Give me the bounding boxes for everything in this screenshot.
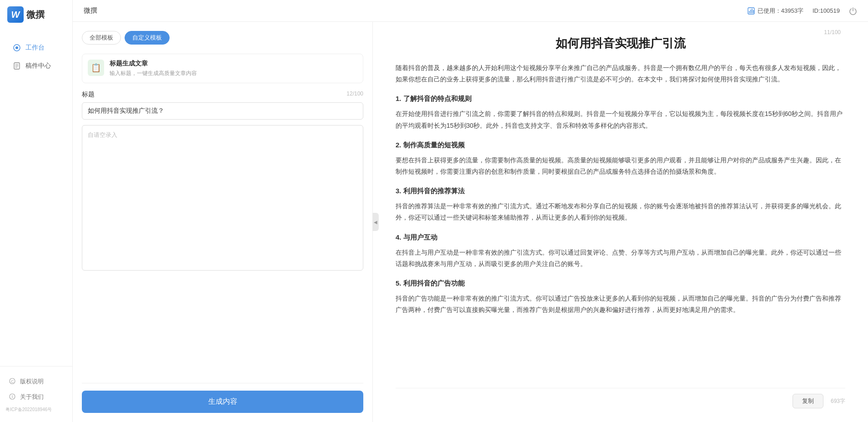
- article-para-1: 在开始使用抖音进行推广引流之前，你需要了解抖音的特点和规则。抖音是一个短视频分享…: [396, 108, 845, 131]
- form-label-text: 标题: [82, 90, 95, 99]
- topbar-id: ID:100519: [813, 7, 840, 14]
- word-count: 693字: [831, 397, 845, 405]
- workbench-icon: [13, 44, 21, 52]
- sidebar-item-drafts[interactable]: 稿件中心: [4, 57, 69, 75]
- sidebar-item-copyright[interactable]: C 版权说明: [0, 374, 72, 389]
- sidebar-footer: C 版权说明 关于我们 粤ICP备2022018946号: [0, 366, 72, 422]
- svg-point-10: [12, 395, 13, 396]
- sidebar-drafts-label: 稿件中心: [25, 62, 51, 70]
- drafts-icon: [13, 62, 21, 70]
- topbar: 微撰 已使用：43953字 ID:100519: [73, 0, 868, 22]
- right-panel: 11/100 如何用抖音实现推广引流 随着抖音的普及，越来越多的人开始利用这个短…: [373, 22, 868, 422]
- article-intro: 随着抖音的普及，越来越多的人开始利用这个短视频分享平台来推广自己的产品或服务。抖…: [396, 62, 845, 85]
- generate-button[interactable]: 生成内容: [82, 391, 363, 413]
- usage-text: 已使用：43953字: [758, 7, 803, 15]
- left-panel: ◀ 全部模板 自定义模板 📋 标题生成文章 输入标题，一键生成高质量文章内容 标…: [73, 22, 373, 422]
- logo-icon: W: [7, 6, 24, 23]
- logo-text: 微撰: [26, 9, 45, 21]
- article-para-2: 要想在抖音上获得更多的流量，你需要制作高质量的短视频。高质量的短视频能够吸引更多…: [396, 155, 845, 177]
- form-section: 标题 12/100 自请空录入: [82, 90, 363, 376]
- topbar-right: 已使用：43953字 ID:100519: [748, 7, 857, 15]
- article-body: 随着抖音的普及，越来越多的人开始利用这个短视频分享平台来推广自己的产品或服务。抖…: [396, 62, 845, 384]
- about-icon: [9, 393, 15, 401]
- template-card-icon: 📋: [88, 60, 104, 76]
- article-para-4: 在抖音上与用户互动是一种非常有效的推广引流方式。你可以通过回复评论、点赞、分享等…: [396, 247, 845, 270]
- article-para-5: 抖音的广告功能是一种非常有效的推广引流方式。你可以通过广告投放来让更多的人看到你…: [396, 293, 845, 316]
- article-heading-2: 2. 制作高质量的短视频: [396, 139, 845, 151]
- article-heading-5: 5. 利用抖音的广告功能: [396, 277, 845, 289]
- template-card-desc: 输入标题，一键生成高质量文章内容: [110, 70, 197, 77]
- template-card[interactable]: 📋 标题生成文章 输入标题，一键生成高质量文章内容: [82, 54, 363, 83]
- svg-text:C: C: [11, 379, 14, 384]
- textarea-placeholder-text: 自请空录入: [88, 131, 117, 139]
- template-card-title: 标题生成文章: [110, 60, 197, 68]
- content-area: ◀ 全部模板 自定义模板 📋 标题生成文章 输入标题，一键生成高质量文章内容 标…: [73, 22, 868, 422]
- article-footer: 复制 693字: [396, 388, 845, 408]
- template-card-info: 标题生成文章 输入标题，一键生成高质量文章内容: [110, 60, 197, 77]
- main-area: 微撰 已使用：43953字 ID:100519: [73, 0, 868, 422]
- sidebar-item-workbench[interactable]: 工作台: [4, 39, 69, 56]
- tab-custom-templates[interactable]: 自定义模板: [125, 31, 170, 45]
- copyright-icon: C: [9, 378, 15, 386]
- sidebar: W 微撰 工作台 稿件中心: [0, 0, 73, 422]
- article-heading-3: 3. 利用抖音的推荐算法: [396, 185, 845, 197]
- topbar-title: 微撰: [84, 6, 97, 15]
- article-para-3: 抖音的推荐算法是一种非常有效的推广引流方式。通过不断地发布和分享自己的短视频，你…: [396, 201, 845, 223]
- divider: [82, 383, 363, 383]
- svg-point-1: [15, 46, 18, 49]
- topbar-usage: 已使用：43953字: [748, 7, 803, 15]
- sidebar-workbench-label: 工作台: [25, 44, 45, 52]
- page-count: 11/100: [824, 29, 841, 35]
- copy-button[interactable]: 复制: [793, 394, 823, 408]
- article-heading-4: 4. 与用户互动: [396, 231, 845, 243]
- form-label-row: 标题 12/100: [82, 90, 363, 99]
- form-label-count: 12/100: [346, 90, 363, 99]
- tab-all-templates[interactable]: 全部模板: [82, 31, 121, 45]
- about-label: 关于我们: [20, 393, 44, 401]
- article-title: 如何用抖音实现推广引流: [396, 35, 845, 51]
- filter-tabs: 全部模板 自定义模板: [82, 31, 363, 45]
- sidebar-item-about[interactable]: 关于我们: [0, 389, 72, 405]
- power-button[interactable]: [849, 7, 857, 15]
- title-input[interactable]: [82, 102, 363, 120]
- article-heading-1: 1. 了解抖音的特点和规则: [396, 92, 845, 105]
- copyright-label: 版权说明: [20, 377, 44, 386]
- sidebar-nav: 工作台 稿件中心: [0, 29, 72, 366]
- collapse-handle[interactable]: ◀: [372, 213, 379, 231]
- logo-area: W 微撰: [0, 0, 72, 29]
- icp-text: 粤ICP备2022018946号: [0, 405, 72, 415]
- usage-icon: [748, 7, 755, 15]
- extra-input-area[interactable]: 自请空录入: [82, 125, 363, 271]
